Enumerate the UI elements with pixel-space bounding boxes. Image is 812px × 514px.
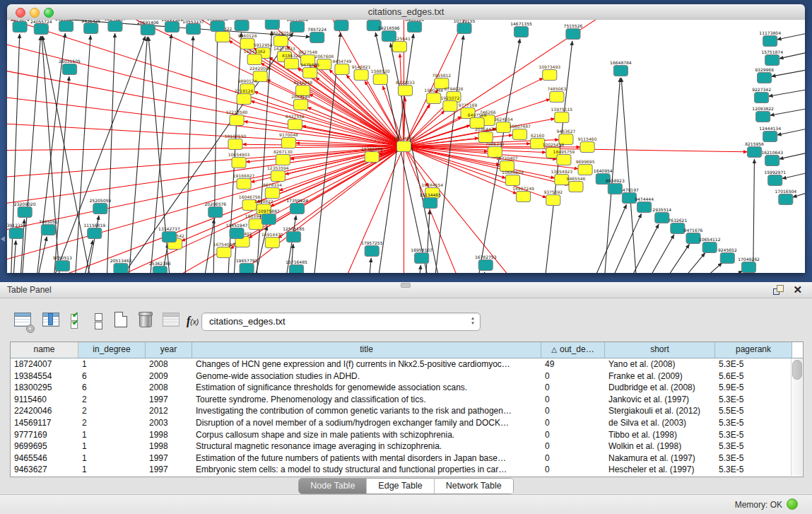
tab-edge-table[interactable]: Edge Table (367, 479, 434, 493)
network-node[interactable]: 8267130 (273, 150, 293, 165)
network-node[interactable]: 20364436 (475, 127, 497, 143)
network-node[interactable]: 7857224 (307, 28, 326, 43)
network-node[interactable]: 6497568 (468, 113, 487, 129)
delete-table-icon[interactable] (137, 312, 155, 330)
network-node[interactable]: 9170048 (279, 133, 298, 148)
network-node[interactable]: 20691406 (137, 20, 159, 35)
column-header-short[interactable]: short (605, 342, 715, 358)
table-row[interactable]: 969969511998Structural magnetic resonanc… (11, 440, 803, 452)
network-node[interactable]: 23209020 (14, 202, 36, 218)
network-node[interactable]: 13975115 (551, 107, 573, 123)
network-node[interactable]: 9227342 (752, 88, 771, 103)
table-row[interactable]: 946362711997Embryonic stem cells: a mode… (11, 464, 803, 476)
table-row[interactable]: 1938455462009Genome-wide association stu… (11, 370, 803, 382)
table-scrollbar[interactable] (791, 358, 802, 476)
column-header-year[interactable]: year (146, 342, 192, 358)
network-node[interactable]: 20513463 (110, 259, 132, 273)
network-window-titlebar[interactable]: citations_edges.txt (7, 4, 805, 21)
table-row[interactable]: 1456911722003Disruption of a novel membe… (11, 417, 803, 429)
network-node[interactable]: 7986372 (486, 142, 505, 158)
table-row[interactable]: 1872400712008Changes of HCN gene express… (11, 358, 803, 370)
network-canvas[interactable]: 1872400776638229860128182260585912954162… (7, 20, 805, 273)
select-all-icon[interactable]: ✔ ✔ (71, 312, 89, 330)
float-panel-icon[interactable] (773, 285, 784, 295)
network-node[interactable]: 9375692 (543, 190, 563, 206)
network-node[interactable]: 16782753 (475, 255, 497, 271)
network-node[interactable]: 10553237 (182, 20, 204, 35)
network-node[interactable]: 16958107 (411, 248, 433, 264)
column-visibility-icon[interactable] (42, 312, 61, 330)
network-node[interactable]: 12505185 (283, 227, 305, 243)
network-node[interactable]: 18226058 (270, 31, 292, 47)
network-node[interactable]: 9329966 (755, 68, 774, 83)
column-header-name[interactable]: name (11, 342, 78, 358)
splitter-handle[interactable] (401, 283, 411, 288)
new-table-icon[interactable] (113, 312, 131, 330)
network-node[interactable]: 12093822 (752, 107, 774, 122)
network-node[interactable]: 9115460 (578, 137, 597, 153)
network-node[interactable]: 9146821 (352, 65, 371, 81)
network-node[interactable]: 11173804 (759, 31, 781, 47)
import-table-icon[interactable] (163, 312, 181, 330)
network-node[interactable]: 9699695 (576, 160, 595, 175)
network-node[interactable]: 15716485 (286, 260, 307, 273)
network-node[interactable]: 7515526 (564, 24, 583, 40)
network-node[interactable]: 9436425 (81, 20, 100, 34)
close-panel-icon[interactable]: ✕ (793, 284, 802, 296)
column-header-title[interactable]: title (192, 342, 541, 358)
network-node[interactable]: 1921072 (440, 96, 459, 112)
network-node[interactable]: 19657791 (236, 259, 258, 273)
network-node[interactable]: 8186328 (282, 54, 301, 69)
network-node[interactable]: 1588520 (371, 69, 390, 85)
network-node[interactable]: 10973493 (539, 65, 560, 81)
network-node[interactable]: 8466160 (405, 20, 424, 33)
network-node[interactable]: 16914479 (261, 233, 283, 248)
collapsed-panel-arrow-icon[interactable] (1, 236, 5, 242)
network-node[interactable]: 2803144 (291, 95, 310, 110)
table-settings-icon[interactable] (14, 312, 33, 330)
network-node[interactable]: 2718126 (235, 89, 254, 105)
network-node[interactable]: 9474444 (635, 197, 654, 213)
network-node[interactable]: 9245652 (718, 248, 737, 264)
network-node[interactable]: 9242848 (293, 81, 312, 96)
network-node[interactable]: 10654903 (228, 153, 250, 168)
network-node[interactable]: 8454749 (333, 59, 352, 75)
network-node[interactable]: 15720407 (496, 156, 518, 172)
network-node[interactable]: 3912319 (7, 223, 26, 239)
network-node[interactable]: 9050513 (53, 256, 72, 271)
network-node[interactable]: 16754045 (213, 243, 235, 258)
tab-node-table[interactable]: Node Table (299, 479, 367, 493)
network-node[interactable]: 8678334 (263, 183, 282, 199)
network-node[interactable]: 8222033 (396, 81, 415, 96)
network-node[interactable]: 14671355 (510, 22, 532, 37)
deselect-all-icon[interactable] (90, 312, 109, 330)
table-select-dropdown[interactable]: citations_edges.txt ▲▼ (201, 313, 481, 331)
network-node[interactable]: 25362386 (149, 262, 171, 273)
network-node[interactable]: 17957255 (361, 241, 383, 257)
network-node[interactable]: 8313079 (11, 20, 30, 33)
column-header-out_de[interactable]: △out_de… (541, 342, 605, 358)
network-node[interactable]: 10719155 (454, 20, 476, 34)
network-node[interactable]: 10653527 (261, 20, 283, 30)
network-node[interactable]: 8938923 (606, 179, 625, 194)
network-node[interactable]: 12041267 (105, 20, 126, 32)
network-node[interactable]: 17049282 (738, 257, 760, 273)
table-row[interactable]: 1830029562008Estimation of significance … (11, 382, 803, 394)
network-node[interactable]: 7485063 (547, 87, 566, 103)
network-node[interactable]: 9475685 (300, 63, 319, 78)
network-graph[interactable]: 1872400776638229860128182260585912954162… (7, 20, 805, 273)
network-node[interactable]: 9465546 (567, 177, 586, 192)
network-node[interactable]: 16210643 (761, 151, 783, 166)
network-node[interactable]: 26031505 (59, 59, 81, 75)
network-node[interactable]: 15992971 (764, 170, 786, 186)
network-node[interactable]: 20605131 (55, 20, 77, 32)
network-node[interactable]: 18107550 (225, 134, 247, 150)
table-scrollbar-thumb[interactable] (792, 360, 802, 380)
network-node[interactable]: 12353594 (267, 166, 289, 182)
network-node[interactable]: 23093194 (231, 20, 253, 31)
table-row[interactable]: 911546021997Tourette syndrome. Phenomeno… (11, 394, 803, 406)
network-node[interactable]: 8427552 (286, 115, 305, 130)
table-row[interactable]: 977716911998Corpus callosum shape and si… (11, 429, 803, 441)
network-node[interactable]: 16648784 (610, 61, 632, 76)
network-node[interactable]: 16191569 (161, 20, 183, 33)
